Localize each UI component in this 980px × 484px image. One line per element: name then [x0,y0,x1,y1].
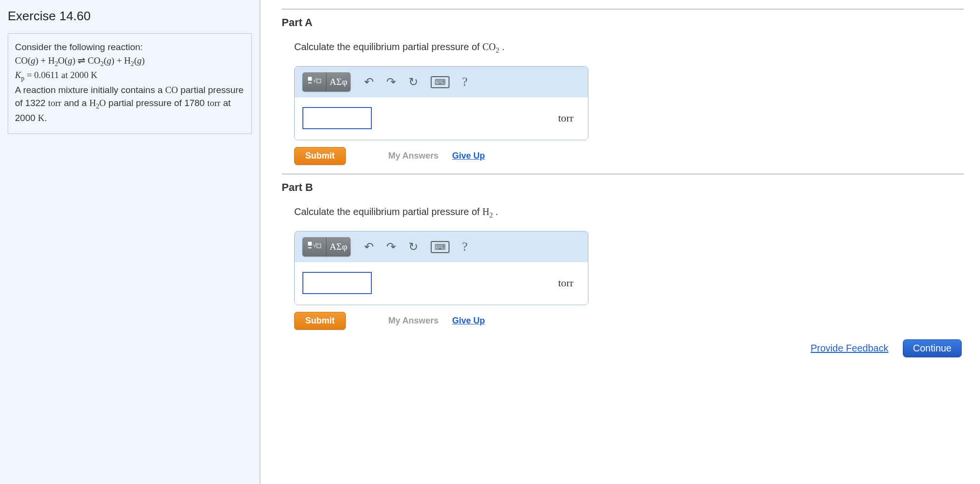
divider [282,174,964,175]
provide-feedback-link[interactable]: Provide Feedback [811,343,888,354]
initial-conditions: A reaction mixture initially contains a … [15,83,245,125]
submit-button[interactable]: Submit [294,147,346,165]
exercise-title: Exercise 14.60 [8,9,252,24]
redo-icon[interactable]: ↷ [386,75,396,89]
input-row: torr [295,262,588,305]
continue-button[interactable]: Continue [903,339,962,357]
problem-intro: Consider the following reaction: [15,40,245,54]
part-b-actions: Submit My Answers Give Up [294,312,964,330]
help-icon[interactable]: ? [462,75,468,89]
templates-button[interactable]: √ [302,237,327,256]
part-a-title: Part A [282,16,964,29]
footer-row: Provide Feedback Continue [282,339,964,357]
templates-icon: √ [308,76,321,88]
kp-line: Kp = 0.0611 at 2000 K [15,68,245,83]
undo-icon[interactable]: ↶ [364,240,374,254]
keyboard-icon[interactable]: ⌨ [431,76,449,88]
part-b-prompt: Calculate the equilibrium partial pressu… [294,206,964,219]
svg-text:√: √ [313,242,317,249]
part-b-title: Part B [282,181,964,194]
templates-icon: √ [308,241,321,253]
divider [282,9,964,10]
reset-icon[interactable]: ↻ [408,240,418,254]
toolbar-icons: ↶ ↷ ↻ ⌨ ? [364,75,468,89]
templates-button[interactable]: √ [302,72,327,92]
answer-area: Part A Calculate the equilibrium partial… [260,0,980,484]
toolbar-icons: ↶ ↷ ↻ ⌨ ? [364,240,468,254]
svg-rect-7 [308,247,312,248]
part-a: Part A Calculate the equilibrium partial… [282,16,964,165]
svg-rect-4 [308,242,312,245]
reset-icon[interactable]: ↻ [408,75,418,89]
part-b-answer-box: √ ΑΣφ ↶ ↷ ↻ ⌨ ? torr [294,231,588,305]
redo-icon[interactable]: ↷ [386,240,396,254]
problem-sidebar: Exercise 14.60 Consider the following re… [0,0,260,484]
give-up-link[interactable]: Give Up [452,316,485,326]
input-row: torr [295,97,588,140]
undo-icon[interactable]: ↶ [364,75,374,89]
keyboard-icon[interactable]: ⌨ [431,241,449,253]
toolbar-group: √ ΑΣφ [302,72,351,92]
svg-text:√: √ [313,77,317,84]
part-b-input[interactable] [302,272,372,294]
help-icon[interactable]: ? [462,240,468,254]
give-up-link[interactable]: Give Up [452,151,485,161]
my-answers-label: My Answers [388,151,438,161]
part-a-answer-box: √ ΑΣφ ↶ ↷ ↻ ⌨ ? torr [294,66,588,140]
svg-rect-3 [308,82,312,83]
toolbar-group: √ ΑΣφ [302,237,351,256]
submit-button[interactable]: Submit [294,312,346,330]
part-a-prompt: Calculate the equilibrium partial pressu… [294,41,964,54]
equation-toolbar: √ ΑΣφ ↶ ↷ ↻ ⌨ ? [295,231,588,262]
svg-rect-6 [317,244,321,248]
part-b: Part B Calculate the equilibrium partial… [282,181,964,330]
svg-rect-2 [317,79,321,83]
greek-button[interactable]: ΑΣφ [327,72,351,92]
problem-statement: Consider the following reaction: CO(g) +… [8,33,252,134]
greek-button[interactable]: ΑΣφ [327,237,351,256]
part-a-actions: Submit My Answers Give Up [294,147,964,165]
svg-rect-0 [308,77,312,81]
equation-toolbar: √ ΑΣφ ↶ ↷ ↻ ⌨ ? [295,67,588,97]
part-a-unit: torr [558,112,573,124]
part-a-input[interactable] [302,107,372,129]
reaction-equation: CO(g) + H2O(g) ⇌ CO2(g) + H2(g) [15,54,245,69]
my-answers-label: My Answers [388,316,438,326]
part-b-unit: torr [558,277,573,289]
